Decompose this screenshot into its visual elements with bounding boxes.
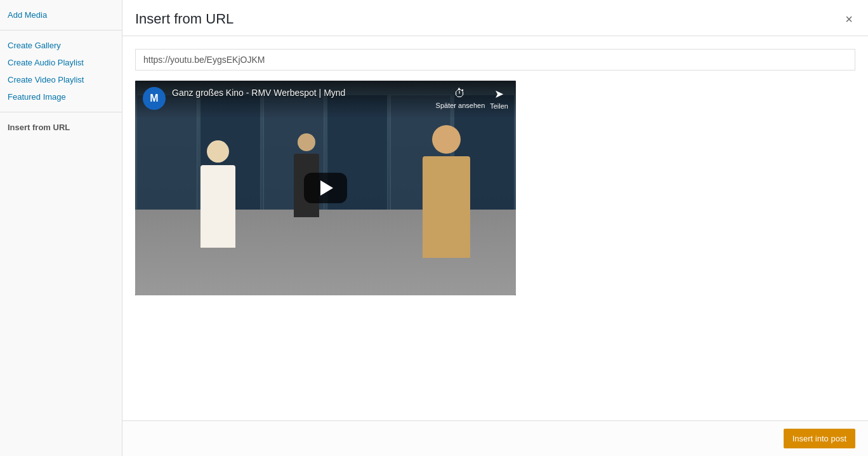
sidebar-item-add-media[interactable]: Add Media <box>0 6 122 23</box>
insert-into-post-button[interactable]: Insert into post <box>784 429 855 448</box>
play-button[interactable] <box>304 173 347 203</box>
yt-channel-icon: M <box>143 87 166 110</box>
close-button[interactable]: × <box>843 10 855 28</box>
sidebar-item-create-gallery[interactable]: Create Gallery <box>0 37 122 54</box>
dialog-footer: Insert into post <box>122 420 868 456</box>
dialog-header: Insert from URL × <box>122 0 868 36</box>
yt-watch-later-label: Später ansehen <box>436 102 485 109</box>
clock-icon: ⏱ <box>454 87 466 100</box>
share-icon: ➤ <box>494 87 504 101</box>
sidebar-item-insert-from-url[interactable]: Insert from URL <box>0 119 122 136</box>
video-thumbnail: M Ganz großes Kino - RMV Werbespot | Myn… <box>135 81 516 295</box>
url-input[interactable] <box>135 49 855 70</box>
yt-share-label: Teilen <box>490 102 508 110</box>
yt-share-btn[interactable]: ➤ Teilen <box>490 87 508 110</box>
dialog-body: M Ganz großes Kino - RMV Werbespot | Myn… <box>122 36 868 420</box>
yt-overlay: M Ganz großes Kino - RMV Werbespot | Myn… <box>135 81 516 295</box>
dialog-container: Insert from URL × <box>122 0 868 456</box>
sidebar-divider-1 <box>0 30 122 30</box>
sidebar-item-featured-image[interactable]: Featured Image <box>0 88 122 105</box>
yt-action-buttons: ⏱ Später ansehen ➤ Teilen <box>436 87 508 110</box>
sidebar-item-create-audio-playlist[interactable]: Create Audio Playlist <box>0 54 122 71</box>
sidebar: Add Media Create Gallery Create Audio Pl… <box>0 0 122 456</box>
sidebar-divider-2 <box>0 112 122 112</box>
dialog-title: Insert from URL <box>135 11 233 27</box>
play-triangle-icon <box>320 180 333 196</box>
video-preview: M Ganz großes Kino - RMV Werbespot | Myn… <box>135 81 516 295</box>
sidebar-item-create-video-playlist[interactable]: Create Video Playlist <box>0 71 122 88</box>
yt-watch-later-btn[interactable]: ⏱ Später ansehen <box>436 87 485 110</box>
